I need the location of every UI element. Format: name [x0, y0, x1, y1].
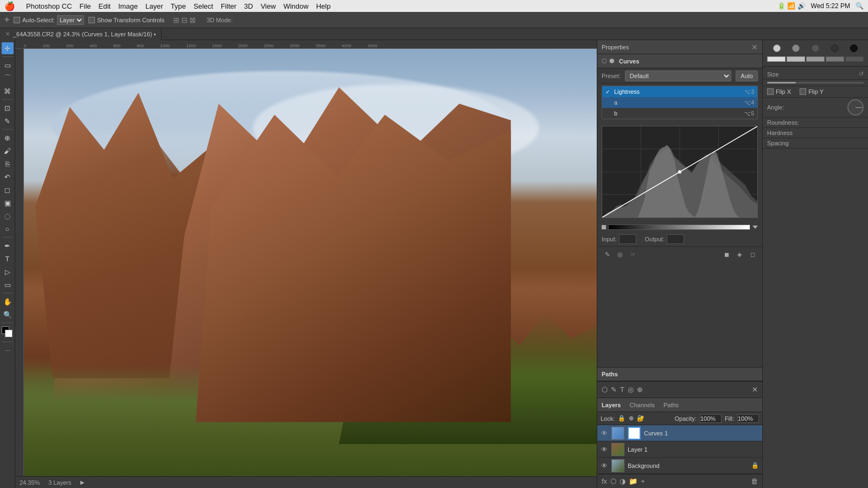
layer-1-visibility[interactable]: 👁 [601, 429, 608, 437]
curves-shadow-icon[interactable]: ◼ [721, 249, 732, 260]
menu-type[interactable]: Type [171, 2, 186, 10]
transform-checkbox[interactable] [88, 17, 95, 23]
eyedropper-tool[interactable]: ✎ [2, 115, 14, 127]
fx-icon[interactable]: fx [602, 477, 607, 485]
lock-pos-icon[interactable]: ⊕ [629, 415, 634, 422]
auto-button[interactable]: Auto [736, 70, 758, 81]
input-value[interactable] [619, 234, 636, 244]
mask-icon[interactable]: ⬡ [610, 477, 616, 485]
group-icon[interactable]: 📁 [629, 477, 637, 485]
search-icon[interactable]: 🔍 [856, 2, 864, 10]
menu-help[interactable]: Help [316, 2, 331, 10]
extra-tools[interactable]: ⋯ [2, 344, 14, 356]
brush-swatch-3[interactable] [806, 56, 825, 62]
paths-tool-4[interactable]: ◎ [628, 386, 634, 394]
new-layer-icon[interactable]: + [641, 477, 645, 485]
menu-select[interactable]: Select [194, 2, 213, 10]
menu-filter[interactable]: Filter [221, 2, 237, 10]
flip-y-checkbox[interactable] [800, 88, 806, 95]
angle-wheel[interactable] [847, 99, 864, 115]
preset-dropdown[interactable]: Default [625, 70, 732, 81]
delete-layer-icon[interactable]: 🗑 [751, 477, 758, 485]
paths-tool-1[interactable]: ⬡ [602, 386, 608, 394]
curves-point-icon[interactable]: ◎ [615, 249, 626, 260]
crop-tool[interactable]: ⊡ [2, 102, 14, 114]
heal-tool[interactable]: ⊕ [2, 132, 14, 144]
panel-close-icon[interactable]: ✕ [751, 43, 758, 52]
adj-icon[interactable]: ◑ [620, 477, 626, 485]
brush-swatch-4[interactable] [826, 56, 844, 62]
shape-tool[interactable]: ▭ [2, 279, 14, 291]
channel-selector[interactable]: ✓ Lightness ⌥3 a ⌥4 b ⌥5 [602, 86, 758, 119]
color-selector[interactable] [2, 326, 14, 338]
dodge-tool[interactable]: ○ [2, 223, 14, 235]
curves-highlight-icon[interactable]: ◻ [747, 249, 758, 260]
curves-mid-icon[interactable]: ◈ [734, 249, 745, 260]
gradient-tool[interactable]: ▣ [2, 197, 14, 209]
brush-btn-5[interactable] [850, 44, 858, 52]
paths-tool-5[interactable]: ⊕ [637, 386, 643, 394]
size-slider[interactable] [767, 82, 864, 84]
paths-tool-2[interactable]: ✎ [611, 386, 617, 394]
channel-lightness[interactable]: ✓ Lightness ⌥3 [602, 86, 757, 97]
lock-pixel-icon[interactable]: 🔒 [618, 415, 626, 422]
active-tab[interactable]: ✕ _64A3558.CR2 @ 24.3% (Curves 1, Layer … [0, 28, 162, 40]
align-icon-1[interactable]: ⊞ [173, 16, 180, 24]
brush-swatch-2[interactable] [787, 56, 805, 62]
stamp-tool[interactable]: ⎘ [2, 158, 14, 170]
input-arrow-left[interactable] [602, 225, 606, 229]
zoom-tool[interactable]: 🔍 [2, 309, 14, 320]
hand-tool[interactable]: ✋ [2, 296, 14, 307]
paths-tool-6[interactable]: ✕ [752, 386, 758, 394]
layer-1[interactable]: 👁 Layer 1 [597, 441, 762, 458]
tab-close-icon[interactable]: ✕ [5, 31, 10, 37]
channel-b[interactable]: b ⌥5 [602, 108, 757, 119]
text-tool[interactable]: T [2, 253, 14, 265]
pen-tool[interactable]: ✒ [2, 240, 14, 252]
layer-2-visibility[interactable]: 👁 [601, 446, 608, 453]
curves-mask-icon[interactable]: ⬡ [602, 57, 607, 65]
app-name[interactable]: Photoshop CC [26, 2, 72, 10]
brush-btn-4[interactable] [831, 44, 839, 52]
brush-btn-2[interactable] [792, 44, 800, 52]
curves-adjust-icon[interactable]: ⬢ [609, 57, 615, 65]
fill-input[interactable] [737, 414, 759, 423]
move-tool[interactable]: ✛ [2, 42, 14, 54]
curves-graph[interactable] [602, 126, 758, 218]
layer-3-visibility[interactable]: 👁 [601, 462, 608, 470]
align-icon-2[interactable]: ⊟ [181, 16, 188, 24]
brush-tool[interactable]: 🖌 [2, 145, 14, 157]
lasso-tool[interactable]: ⌒ [2, 72, 14, 84]
layer-background[interactable]: 👁 Background 🔒 [597, 458, 762, 474]
menu-view[interactable]: View [260, 2, 276, 10]
menu-edit[interactable]: Edit [99, 2, 111, 10]
history-tool[interactable]: ↶ [2, 171, 14, 183]
wand-tool[interactable]: ⌘ [2, 85, 14, 97]
path-tool[interactable]: ▷ [2, 266, 14, 278]
menu-window[interactable]: Window [283, 2, 308, 10]
status-arrow[interactable]: ▶ [80, 479, 85, 485]
curves-edit-icon[interactable]: ✎ [602, 249, 612, 260]
curves-hand-icon[interactable]: ☞ [628, 249, 639, 260]
opacity-input[interactable] [700, 414, 722, 423]
paths-tab[interactable]: Paths [663, 402, 679, 408]
brush-btn-3[interactable] [812, 44, 819, 52]
auto-select-checkbox[interactable] [14, 17, 20, 23]
paths-tool-3[interactable]: T [620, 386, 624, 394]
output-value[interactable] [667, 234, 684, 244]
marquee-tool[interactable]: ▭ [2, 59, 14, 71]
canvas-image[interactable] [24, 49, 597, 488]
layer-curves-1[interactable]: 👁 Curves 1 [597, 425, 762, 441]
brush-swatch-1[interactable] [767, 56, 786, 62]
menu-3d[interactable]: 3D [244, 2, 253, 10]
size-refresh-icon[interactable]: ↺ [859, 70, 864, 78]
channel-a[interactable]: a ⌥4 [602, 97, 757, 108]
input-arrow-right[interactable] [752, 226, 758, 229]
menu-layer[interactable]: Layer [145, 2, 163, 10]
brush-btn-1[interactable] [773, 44, 781, 52]
menu-image[interactable]: Image [118, 2, 138, 10]
menu-file[interactable]: File [80, 2, 91, 10]
eraser-tool[interactable]: ◻ [2, 184, 14, 196]
channels-tab[interactable]: Channels [629, 402, 654, 408]
auto-select-dropdown[interactable]: Layer [57, 15, 84, 25]
